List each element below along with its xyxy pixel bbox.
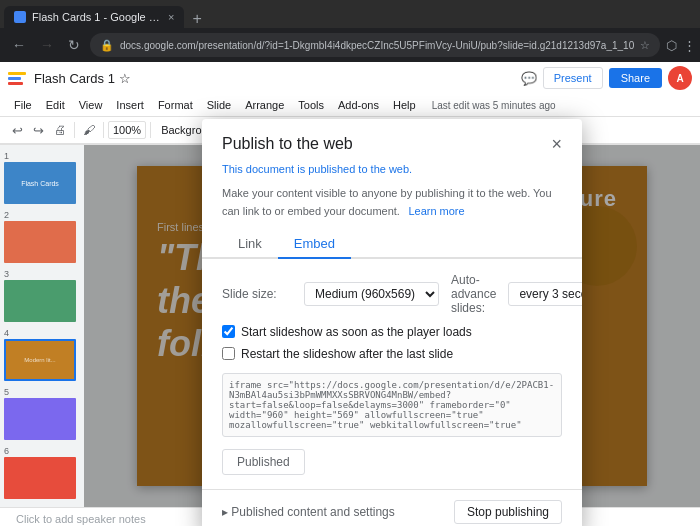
tab-link[interactable]: Link bbox=[222, 230, 278, 259]
slides-logo-icon bbox=[8, 68, 26, 88]
check-start-label: Start slideshow as soon as the player lo… bbox=[241, 325, 472, 339]
slide-num-5: 5 bbox=[4, 387, 80, 397]
modal-title: Publish to the web bbox=[222, 135, 353, 153]
canvas-area: Modern literature First lines "The m de … bbox=[84, 145, 700, 507]
slide-size-row: Slide size: Medium (960x569) Auto-advanc… bbox=[222, 273, 562, 315]
bookmark-icon[interactable]: ☆ bbox=[640, 39, 650, 52]
slides-title[interactable]: Flash Cards 1 ☆ bbox=[34, 71, 513, 86]
browser-chrome: Flash Cards 1 - Google S... × + ← → ↻ 🔒 … bbox=[0, 0, 700, 62]
avatar[interactable]: A bbox=[668, 66, 692, 90]
menu-tools[interactable]: Tools bbox=[292, 97, 330, 113]
slide-thumb-2[interactable]: 2 bbox=[4, 210, 80, 263]
address-text: docs.google.com/presentation/d/?id=1-Dkg… bbox=[120, 40, 634, 51]
modal-overlay: Publish to the web × This document is pu… bbox=[84, 145, 700, 507]
toolbar-sep-3 bbox=[150, 122, 151, 138]
tab-embed[interactable]: Embed bbox=[278, 230, 351, 259]
auto-advance-select[interactable]: every 3 seconds (default) bbox=[508, 282, 582, 306]
check-restart-label: Restart the slideshow after the last sli… bbox=[241, 347, 453, 361]
modal-close-button[interactable]: × bbox=[551, 135, 562, 153]
tab-favicon bbox=[14, 11, 26, 23]
menu-help[interactable]: Help bbox=[387, 97, 422, 113]
slides-top-bar: Flash Cards 1 ☆ 💬 Present Share A bbox=[0, 62, 700, 94]
check-restart-input[interactable] bbox=[222, 347, 235, 360]
menu-format[interactable]: Format bbox=[152, 97, 199, 113]
slide-num-4: 4 bbox=[4, 328, 80, 338]
forward-button[interactable]: → bbox=[36, 35, 58, 55]
tab-close-icon[interactable]: × bbox=[168, 11, 174, 23]
slide-num-7: 7 bbox=[4, 505, 80, 507]
undo-button[interactable]: ↩ bbox=[8, 121, 27, 140]
auto-advance-label: Auto-advance slides: bbox=[451, 273, 496, 315]
slide-thumb-4[interactable]: 4 Modern lit... bbox=[4, 328, 80, 381]
address-bar[interactable]: 🔒 docs.google.com/presentation/d/?id=1-D… bbox=[90, 33, 660, 57]
slides-logo bbox=[8, 68, 26, 88]
slide-thumb-5[interactable]: 5 bbox=[4, 387, 80, 440]
published-settings-label[interactable]: ▸ Published content and settings bbox=[222, 505, 395, 519]
toolbar-sep-2 bbox=[103, 122, 104, 138]
tab-bar: Flash Cards 1 - Google S... × + bbox=[0, 0, 700, 28]
menu-insert[interactable]: Insert bbox=[110, 97, 150, 113]
comments-icon[interactable]: 💬 bbox=[521, 71, 537, 86]
zoom-level[interactable]: 100% bbox=[108, 121, 146, 139]
print-button[interactable]: 🖨 bbox=[50, 121, 70, 139]
slide-num-2: 2 bbox=[4, 210, 80, 220]
modal-body: Slide size: Medium (960x569) Auto-advanc… bbox=[202, 259, 582, 489]
slide-panel: 1 Flash Cards 2 3 4 Modern lit... 5 bbox=[0, 145, 84, 507]
new-tab-button[interactable]: + bbox=[184, 10, 209, 28]
share-button[interactable]: Share bbox=[609, 68, 662, 88]
back-button[interactable]: ← bbox=[8, 35, 30, 55]
toolbar-sep-1 bbox=[74, 122, 75, 138]
menu-addons[interactable]: Add-ons bbox=[332, 97, 385, 113]
paint-format-button[interactable]: 🖌 bbox=[79, 121, 99, 139]
slide-thumb-3[interactable]: 3 bbox=[4, 269, 80, 322]
menu-slide[interactable]: Slide bbox=[201, 97, 237, 113]
address-bar-row: ← → ↻ 🔒 docs.google.com/presentation/d/?… bbox=[0, 28, 700, 62]
slide-size-label: Slide size: bbox=[222, 287, 292, 301]
modal-notice-text: This document is published to the web. bbox=[222, 163, 412, 175]
slide-thumb-1[interactable]: 1 Flash Cards bbox=[4, 151, 80, 204]
top-actions: 💬 Present Share A bbox=[521, 66, 692, 90]
modal-notice: This document is published to the web. bbox=[202, 159, 582, 183]
check-start-input[interactable] bbox=[222, 325, 235, 338]
menu-icon[interactable]: ⋮ bbox=[683, 38, 696, 53]
menu-edit[interactable]: Edit bbox=[40, 97, 71, 113]
reload-button[interactable]: ↻ bbox=[64, 35, 84, 55]
modal-header: Publish to the web × bbox=[202, 119, 582, 159]
slide-size-select[interactable]: Medium (960x569) bbox=[304, 282, 439, 306]
active-tab[interactable]: Flash Cards 1 - Google S... × bbox=[4, 6, 184, 28]
slide-num-3: 3 bbox=[4, 269, 80, 279]
modal-footer: ▸ Published content and settings Stop pu… bbox=[202, 489, 582, 527]
slide-num-1: 1 bbox=[4, 151, 80, 161]
modal-learn-more-link[interactable]: Learn more bbox=[408, 205, 464, 217]
embed-code-textarea[interactable]: iframe src="https://docs.google.com/pres… bbox=[222, 373, 562, 437]
modal-tabs: Link Embed bbox=[202, 230, 582, 259]
present-button[interactable]: Present bbox=[543, 67, 603, 89]
modal-desc-text: Make your content visible to anyone by p… bbox=[222, 187, 552, 218]
slides-main: 1 Flash Cards 2 3 4 Modern lit... 5 bbox=[0, 145, 700, 507]
extensions-icon[interactable]: ⬡ bbox=[666, 38, 677, 53]
menu-file[interactable]: File bbox=[8, 97, 38, 113]
publish-modal: Publish to the web × This document is pu… bbox=[202, 119, 582, 527]
check-start-row: Start slideshow as soon as the player lo… bbox=[222, 325, 562, 339]
notes-placeholder[interactable]: Click to add speaker notes bbox=[16, 513, 146, 525]
tab-label: Flash Cards 1 - Google S... bbox=[32, 11, 162, 23]
slide-thumb-7[interactable]: 7 bbox=[4, 505, 80, 507]
check-restart-row: Restart the slideshow after the last sli… bbox=[222, 347, 562, 361]
published-button[interactable]: Published bbox=[222, 449, 305, 475]
last-edit-text: Last edit was 5 minutes ago bbox=[432, 100, 556, 111]
menu-view[interactable]: View bbox=[73, 97, 109, 113]
menu-bar: File Edit View Insert Format Slide Arran… bbox=[0, 94, 700, 116]
menu-arrange[interactable]: Arrange bbox=[239, 97, 290, 113]
lock-icon: 🔒 bbox=[100, 39, 114, 52]
modal-description: Make your content visible to anyone by p… bbox=[202, 183, 582, 230]
slide-num-6: 6 bbox=[4, 446, 80, 456]
slide-thumb-6[interactable]: 6 bbox=[4, 446, 80, 499]
redo-button[interactable]: ↪ bbox=[29, 121, 48, 140]
stop-publishing-button[interactable]: Stop publishing bbox=[454, 500, 562, 524]
